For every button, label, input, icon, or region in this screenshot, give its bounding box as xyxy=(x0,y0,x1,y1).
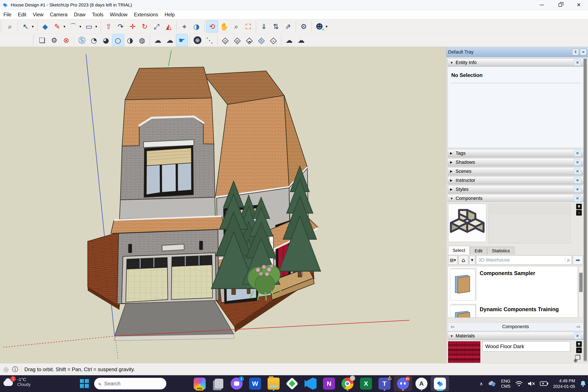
sketchup-stamp-icon[interactable]: Ⓢ xyxy=(76,34,88,46)
battery-charging-icon[interactable] xyxy=(540,381,548,386)
menu-item-file[interactable]: File xyxy=(4,12,12,18)
dashed-edges-icon[interactable]: ⋱ xyxy=(204,34,216,46)
shadows-75-icon[interactable]: ◕ xyxy=(100,34,112,46)
eraser-tool-icon[interactable]: ◆ xyxy=(39,20,51,32)
taskbar-app-vscode[interactable] xyxy=(301,376,320,391)
component-history-icon[interactable]: ◇◷ xyxy=(219,34,231,46)
notification-bell-icon[interactable] xyxy=(580,380,586,387)
section-styles[interactable]: ▶ Styles ✕ xyxy=(448,185,584,194)
language-indicator[interactable]: ENG CMS xyxy=(501,378,510,389)
component-cloud-icon[interactable]: ◇☁ xyxy=(243,34,255,46)
shadows-50-icon[interactable]: ◔ xyxy=(88,34,100,46)
section-close-icon[interactable]: ✕ xyxy=(574,168,581,174)
volume-muted-icon[interactable] xyxy=(528,380,535,387)
list-item[interactable]: Components Sampler xyxy=(448,266,578,302)
arc-tool-icon[interactable]: ⌒▼ xyxy=(67,20,79,32)
menu-item-view[interactable]: View xyxy=(33,12,44,18)
components-scrollbar[interactable] xyxy=(578,266,584,318)
material-preview[interactable] xyxy=(448,341,480,363)
select-tool-icon[interactable]: ↖▼ xyxy=(20,20,32,32)
component-name-field[interactable] xyxy=(488,204,570,212)
pushpull-tool-icon[interactable]: ⇧ xyxy=(102,20,114,32)
rectangle-tool-icon[interactable]: ▭▼ xyxy=(83,20,95,32)
viewport-3d[interactable] xyxy=(0,47,446,363)
section-components[interactable]: ▼ Components ✕ xyxy=(448,194,584,202)
menu-item-draw[interactable]: Draw xyxy=(74,12,86,18)
add-point-icon[interactable]: ⊕ xyxy=(192,34,204,46)
taskbar-app-discord[interactable]: 9+ xyxy=(394,376,412,391)
taskbar-app-copilot[interactable]: PRE xyxy=(190,376,209,391)
search-sketchup-icon[interactable]: ⌕ xyxy=(4,20,16,32)
restore-button[interactable] xyxy=(551,0,570,10)
history-dropdown-icon[interactable]: ▼ xyxy=(469,255,475,265)
wifi-icon[interactable] xyxy=(515,380,523,387)
view-options-icon[interactable]: ▤▾ xyxy=(448,255,458,265)
taskbar-app-dev-preview[interactable] xyxy=(283,376,301,391)
menu-item-help[interactable]: Help xyxy=(164,12,175,18)
taskbar-app-task-view[interactable] xyxy=(209,376,228,391)
cloud-remove-icon[interactable]: ☁✕ xyxy=(152,34,164,46)
monochrome-mode-icon[interactable]: ◑ xyxy=(124,34,136,46)
geolocation-icon[interactable]: ◎ xyxy=(4,366,8,373)
get-models-3d-warehouse-icon[interactable]: ⇓ xyxy=(258,20,270,32)
onedrive-icon[interactable] xyxy=(488,380,496,387)
material-name-field[interactable]: Wood Floor Dark xyxy=(482,341,570,352)
taskbar-app-designer-ai[interactable]: A xyxy=(412,376,431,391)
menu-item-tools[interactable]: Tools xyxy=(92,12,104,18)
extension-warehouse-icon[interactable]: ⚙ xyxy=(298,20,310,32)
taskbar-app-excel[interactable]: X xyxy=(357,376,375,391)
scale-tool-icon[interactable]: ⤢ xyxy=(151,20,163,32)
back-arrow-icon[interactable]: ⇦ xyxy=(448,324,457,330)
menu-item-edit[interactable]: Edit xyxy=(18,12,26,18)
component-description-field[interactable] xyxy=(488,213,570,243)
taskbar-app-file-explorer[interactable] xyxy=(264,376,283,391)
tape-measure-tool-icon[interactable]: ⌖ xyxy=(178,20,190,32)
cloud-publish-icon[interactable]: ☁⇩ xyxy=(164,34,176,46)
paint-bucket-tool-icon[interactable]: ◑ xyxy=(190,20,202,32)
account-icon[interactable]: ☻✔▼ xyxy=(313,20,326,32)
tray-close-icon[interactable]: ✕ xyxy=(580,49,586,55)
menu-item-window[interactable]: Window xyxy=(110,12,128,18)
taskbar-app-teams[interactable]: T⚠ xyxy=(375,376,394,391)
share-model-icon[interactable]: ⇅ xyxy=(270,20,282,32)
sketchup-interact-icon[interactable]: ☛ xyxy=(176,34,188,46)
info-icon[interactable]: ⓘ xyxy=(12,365,18,374)
taskbar-app-word[interactable]: W xyxy=(246,376,264,391)
component-sketchup-icon[interactable]: ◇Ⓢ xyxy=(255,34,267,46)
section-scenes[interactable]: ▶ Scenes ✕ xyxy=(448,167,584,175)
section-close-icon[interactable]: ✕ xyxy=(574,159,581,166)
advanced-search-icon[interactable]: ➦ xyxy=(573,255,583,265)
forward-arrow-icon[interactable]: ⇨ xyxy=(574,324,583,330)
minimize-button[interactable] xyxy=(532,0,551,10)
collapse-preview-icon[interactable]: ▼ xyxy=(576,204,582,209)
taskbar-app-onenote[interactable]: N xyxy=(320,376,338,391)
section-close-icon[interactable]: ✕ xyxy=(574,333,581,339)
components-search-input[interactable] xyxy=(478,257,565,263)
cloud-sync-icon[interactable]: ☁↻ xyxy=(295,34,307,46)
tab-edit[interactable]: Edit xyxy=(470,247,487,254)
share-component-icon[interactable]: ⇗ xyxy=(282,20,294,32)
section-close-icon[interactable]: ✕ xyxy=(574,195,581,202)
clock[interactable]: 4:49 PM 2024-01-05 xyxy=(553,378,575,389)
tab-select[interactable]: Select xyxy=(448,246,470,254)
taskbar-app-chrome[interactable] xyxy=(338,376,357,391)
cloud-move-icon[interactable]: ☁✛ xyxy=(283,34,295,46)
flip-tool-icon[interactable]: ◭ xyxy=(163,20,175,32)
hidden-icons-chevron[interactable]: ∧ xyxy=(480,381,483,386)
section-close-icon[interactable]: ✕ xyxy=(574,150,581,156)
zoom-extents-tool-icon[interactable]: ⛶ xyxy=(242,20,254,32)
weather-widget[interactable]: 1 -1°C Cloudy xyxy=(3,377,30,387)
start-button[interactable] xyxy=(80,379,89,388)
rotate-tool-icon[interactable]: ↻ xyxy=(138,20,151,32)
search-icon[interactable]: ⌕ xyxy=(565,257,570,263)
home-icon[interactable]: ⌂ xyxy=(458,255,468,265)
collapse-preview-icon[interactable]: ▼ xyxy=(576,341,582,347)
section-close-icon[interactable]: ✕ xyxy=(574,177,581,184)
cancel-operation-icon[interactable]: ⊗ xyxy=(60,34,72,46)
list-item[interactable]: Dynamic Components Training xyxy=(448,302,578,318)
line-tool-icon[interactable]: ✎▼ xyxy=(51,20,63,32)
section-close-icon[interactable]: ✕ xyxy=(574,59,581,66)
section-instructor[interactable]: ▶ Instructor ✕ xyxy=(448,176,584,184)
close-button[interactable]: ✕ xyxy=(570,0,588,10)
toolbar-grip[interactable] xyxy=(33,35,35,46)
